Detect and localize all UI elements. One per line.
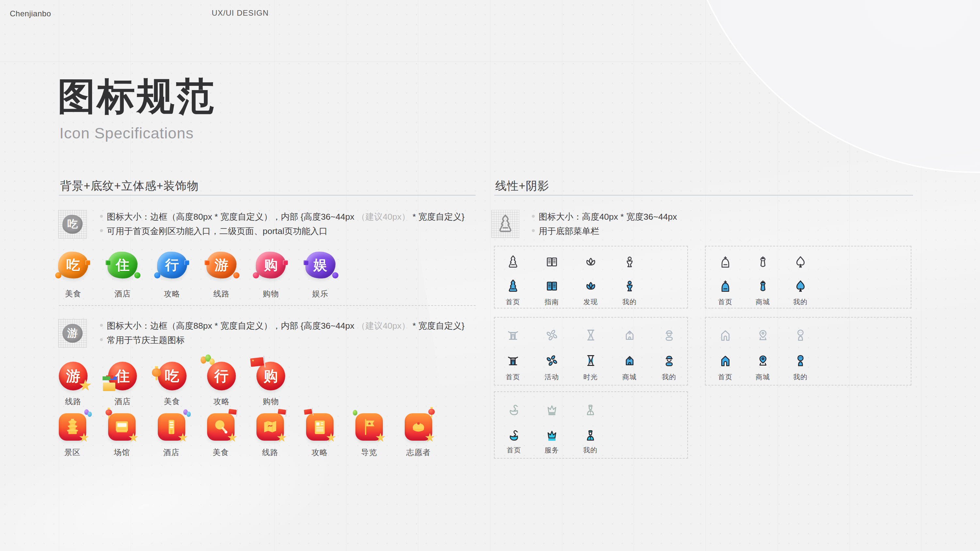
festive-icon-购物: 购 [256, 362, 285, 391]
icon-spec-sheet: Chenjianbo UX/UI DESIGN 图标规范 Icon Specif… [0, 0, 980, 551]
lantern-tl-decoration [105, 409, 112, 416]
pinwheel-filled-icon [544, 353, 559, 368]
cap-person-filled-icon [662, 353, 676, 368]
decorative-circle [679, 0, 980, 173]
icon-label: 购物 [262, 396, 279, 407]
linear-icon-group-5: 首页服务我的 [494, 391, 688, 459]
shop-house-outline-icon [622, 327, 637, 342]
icon-label: 酒店 [115, 396, 130, 407]
tab-icon-column: 首页 [493, 254, 533, 306]
icon-label: 购物 [262, 289, 279, 299]
blob-icon-娱乐: 娱 [305, 252, 336, 278]
spade-outline-icon [793, 254, 808, 269]
ball-decoration [55, 272, 61, 278]
drumstick-gold-icon [212, 418, 229, 435]
dome-filled-icon [718, 278, 733, 294]
blob-icon-攻略: 行 [157, 252, 187, 278]
spade-filled-icon [793, 278, 808, 294]
spec2-thumbnail: 游 [58, 319, 87, 348]
icon-glyph: 住 [108, 252, 137, 278]
author-name: Chenjianbo [10, 9, 51, 18]
tab-icon-column: 服务 [532, 402, 571, 455]
festive-icon-攻略: 行 [207, 362, 236, 391]
map-pin-filled-icon [756, 353, 770, 368]
festive-icon-线路: 游 [59, 362, 88, 391]
icon-label: 酒店 [163, 447, 180, 457]
tower-gold-icon [163, 418, 180, 435]
festival-entry-icon: 游线路 [50, 362, 96, 407]
tab-icon-column: 首页 [494, 402, 533, 455]
tab-icon-label: 首页 [506, 297, 520, 306]
cube-decoration [283, 260, 288, 265]
tab-icon-label: 我的 [793, 372, 808, 381]
tab-icon-column: 商城 [743, 254, 783, 306]
icon-label: 景区 [64, 447, 81, 457]
left-section-rule [59, 195, 476, 195]
memorial-gate-outline-icon [506, 327, 520, 342]
spiky-vase-filled-icon [756, 278, 770, 294]
festival-tile-icon: 线路 [247, 413, 293, 457]
tab-icon-column: 商城 [743, 327, 783, 381]
guide-book-filled-icon [544, 278, 559, 294]
tab-icon-column: 首页 [706, 327, 745, 381]
dome-outline-icon [718, 254, 733, 269]
cap-gold-icon [410, 418, 427, 435]
spec1-bullet-usage: 可用于首页金刚区功能入口，二级页面、portal页功能入口 [100, 226, 328, 236]
waiter-filled-icon [583, 427, 598, 442]
icon-label: 攻略 [312, 447, 328, 457]
ball-decoration [233, 272, 239, 278]
festive-icon-酒店: 住 [108, 362, 137, 391]
tab-icon-column: 发现 [571, 254, 610, 306]
tab-icon-column: 我的 [781, 254, 820, 306]
spec1-bullet-size: 图标大小：边框（高度80px * 宽度自定义），内部 {高度36~44px （建… [100, 211, 465, 222]
page-title: 图标规范 [57, 71, 216, 122]
guide-book-outline-icon [544, 254, 559, 269]
tile-icon-导览 [355, 413, 383, 441]
icon-label: 线路 [213, 289, 230, 299]
tab-icon-column: 我的 [571, 402, 610, 455]
tab-icon-column: 活动 [532, 327, 571, 381]
horizontal-guide-line [0, 61, 980, 62]
tab-icon-column: 首页 [706, 254, 745, 306]
tab-icon-label: 时光 [584, 372, 598, 381]
tile-icon-美食 [207, 413, 235, 441]
pagoda-line-icon [495, 213, 516, 234]
bullet-dot [100, 338, 103, 341]
blob-icon-购物: 购 [256, 252, 286, 278]
blob-icon-线路: 游 [207, 252, 237, 278]
design-tag: UX/UI DESIGN [212, 8, 269, 17]
icon-label: 攻略 [213, 396, 230, 407]
tab-icon-label: 商城 [756, 297, 770, 306]
icon-glyph: 购 [256, 252, 286, 278]
bullet-dot [100, 324, 103, 327]
memorial-gate-filled-icon [506, 353, 520, 368]
lotus-filled-icon [584, 278, 598, 294]
app-entry-icon: 住酒店 [100, 252, 145, 299]
swan-outline-icon [507, 402, 521, 417]
flag-tr-decoration [278, 409, 286, 414]
tab-icon-column: 我的 [781, 327, 820, 381]
ball-decoration [134, 272, 140, 278]
icon-label: 线路 [65, 396, 81, 407]
icon-glyph: 吃 [158, 362, 186, 391]
pinwheel-outline-icon [544, 327, 559, 342]
tile-icon-攻略 [306, 413, 334, 441]
right-spec-bullet-size: 图标大小：高度40px * 宽度36~44px [532, 211, 677, 222]
tab-icon-label: 首页 [718, 297, 732, 306]
hourglass-outline-icon [584, 327, 598, 342]
app-entry-icon: 娱娱乐 [298, 252, 343, 299]
icon-label: 线路 [262, 447, 278, 457]
tab-icon-label: 活动 [544, 372, 559, 381]
hourglass-filled-icon [584, 353, 598, 368]
map-gold-icon [262, 418, 278, 435]
festive-icon-美食: 吃 [158, 362, 186, 391]
goblet-person-filled-icon [622, 278, 637, 294]
balloons-tr-decoration [183, 409, 188, 415]
blob-icon-酒店: 住 [108, 252, 137, 278]
tile-icon-场馆 [108, 413, 135, 441]
right-spec-bullet-usage: 用于底部菜单栏 [532, 226, 600, 236]
tab-icon-label: 首页 [718, 372, 732, 381]
blob-icon-美食: 吃 [58, 252, 88, 278]
cap-person-outline-icon [662, 327, 676, 342]
linear-icon-group-1: 首页指南发现我的 [494, 246, 688, 308]
